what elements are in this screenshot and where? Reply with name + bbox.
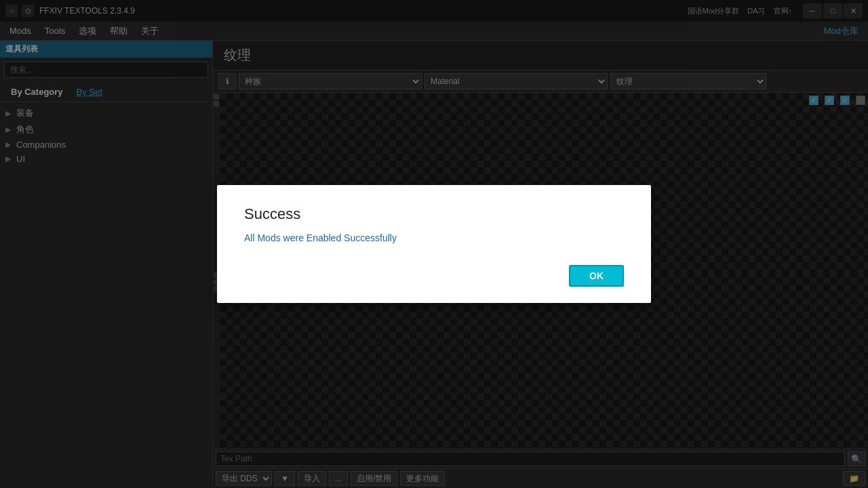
dialog-actions: OK <box>244 265 624 287</box>
success-dialog: Success All Mods were Enabled Successful… <box>217 185 651 303</box>
dialog-title: Success <box>244 205 624 223</box>
dialog-ok-button[interactable]: OK <box>569 265 624 287</box>
dialog-message: All Mods were Enabled Successfully <box>244 232 624 243</box>
